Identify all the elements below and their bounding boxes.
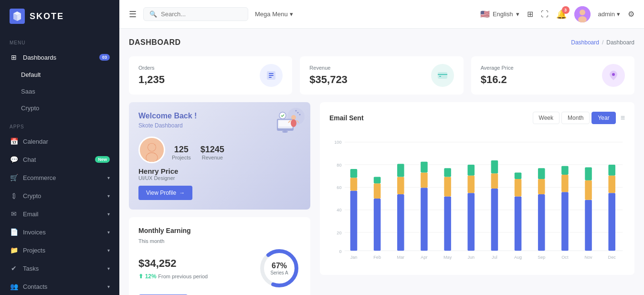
chart-tabs: Week Month Year bbox=[533, 112, 616, 124]
svg-rect-5 bbox=[269, 73, 274, 74]
avg-price-info: Average Price $16.2 bbox=[481, 65, 514, 86]
svg-rect-10 bbox=[439, 76, 441, 77]
sidebar-item-saas[interactable]: Saas bbox=[0, 83, 119, 100]
svg-text:Nov: Nov bbox=[584, 255, 592, 260]
apps-label: APPS bbox=[0, 116, 119, 132]
svg-text:20: 20 bbox=[337, 231, 341, 235]
invoices-icon: 📄 bbox=[10, 228, 18, 236]
sidebar-section-menu: MENU ⊞ Dashboards 03 Default Saas Crypto bbox=[0, 32, 119, 116]
sidebar-item-contacts[interactable]: 👥 Contacts ▾ bbox=[0, 277, 119, 295]
svg-rect-77 bbox=[585, 167, 592, 180]
growth-pct: ⬆ bbox=[138, 273, 143, 280]
sidebar-item-email[interactable]: ✉ Email ▾ bbox=[0, 205, 119, 223]
stat-revenue: $1245 Revenue bbox=[201, 145, 224, 160]
revenue-icon bbox=[431, 64, 454, 87]
svg-rect-47 bbox=[350, 169, 358, 178]
sidebar-item-ecommerce[interactable]: 🛒 Ecommerce ▾ bbox=[0, 169, 119, 187]
projects-label: Projects bbox=[23, 247, 45, 254]
svg-rect-54 bbox=[421, 188, 428, 251]
grid-icon[interactable]: ⊞ bbox=[527, 10, 533, 19]
svg-rect-48 bbox=[374, 199, 381, 251]
sidebar-item-dashboards[interactable]: ⊞ Dashboards 03 bbox=[0, 48, 119, 66]
projects-val: 125 bbox=[172, 145, 191, 155]
default-label: Default bbox=[21, 71, 41, 78]
dashboards-icon: ⊞ bbox=[10, 53, 18, 62]
tasks-label: Tasks bbox=[23, 265, 39, 272]
svg-rect-8 bbox=[438, 72, 447, 79]
topbar: ☰ 🔍 Mega Menu ▾ 🇺🇸 English ▾ ⊞ ⛶ 🔔 3 bbox=[119, 0, 644, 29]
orders-label: Orders bbox=[138, 65, 165, 71]
sidebar-item-chat[interactable]: 💬 Chat New bbox=[0, 150, 119, 169]
svg-rect-69 bbox=[538, 194, 545, 251]
svg-point-16 bbox=[282, 131, 288, 133]
hamburger-icon[interactable]: ☰ bbox=[129, 9, 137, 20]
sidebar-item-calendar[interactable]: 📅 Calendar bbox=[0, 132, 119, 150]
illustration-svg bbox=[267, 107, 306, 136]
svg-text:Dec: Dec bbox=[608, 255, 616, 260]
svg-rect-58 bbox=[444, 177, 451, 196]
svg-rect-51 bbox=[397, 194, 404, 251]
svg-point-17 bbox=[291, 115, 296, 120]
profile-avatar bbox=[138, 137, 165, 163]
fullscreen-icon[interactable]: ⛶ bbox=[541, 10, 549, 19]
gear-icon[interactable]: ⚙ bbox=[628, 10, 634, 19]
sidebar-item-crypto-sub[interactable]: Crypto bbox=[0, 100, 119, 116]
email-icon: ✉ bbox=[10, 210, 18, 218]
language-selector[interactable]: 🇺🇸 English ▾ bbox=[480, 10, 519, 19]
contacts-chevron: ▾ bbox=[107, 284, 110, 289]
earning-row: $34,252 ⬆ 12% From previous period bbox=[138, 247, 301, 290]
svg-point-2 bbox=[580, 10, 585, 15]
tab-month[interactable]: Month bbox=[561, 112, 590, 124]
projects-chevron: ▾ bbox=[107, 248, 110, 253]
svg-rect-55 bbox=[421, 172, 428, 188]
revenue-info: Revenue $35,723 bbox=[309, 65, 348, 86]
donut-series: Series A bbox=[270, 270, 288, 275]
avatar[interactable] bbox=[574, 6, 591, 22]
breadcrumb-home[interactable]: Dashboard bbox=[571, 39, 599, 46]
chart-menu-icon[interactable]: ≡ bbox=[621, 114, 625, 122]
svg-point-11 bbox=[612, 73, 615, 76]
svg-rect-74 bbox=[561, 166, 569, 175]
svg-rect-75 bbox=[585, 200, 592, 251]
donut-chart: 67% Series A bbox=[258, 247, 301, 290]
mega-menu[interactable]: Mega Menu ▾ bbox=[255, 11, 293, 18]
svg-rect-6 bbox=[269, 75, 274, 76]
tab-week[interactable]: Week bbox=[533, 112, 560, 124]
sidebar-item-default[interactable]: Default bbox=[0, 66, 119, 83]
sidebar-item-invoices[interactable]: 📄 Invoices ▾ bbox=[0, 223, 119, 241]
sidebar-logo: SKOTE bbox=[0, 0, 119, 32]
earning-amount: $34,252 bbox=[138, 257, 208, 270]
tab-year[interactable]: Year bbox=[591, 112, 615, 124]
svg-rect-62 bbox=[467, 165, 475, 176]
chart-header: Email Sent Week Month Year ≡ bbox=[329, 112, 625, 124]
main-area: ☰ 🔍 Mega Menu ▾ 🇺🇸 English ▾ ⊞ ⛶ 🔔 3 bbox=[119, 0, 644, 295]
chat-label: Chat bbox=[23, 156, 36, 163]
svg-point-18 bbox=[291, 119, 296, 127]
svg-rect-46 bbox=[350, 178, 358, 190]
calendar-label: Calendar bbox=[23, 138, 48, 145]
growth-row: ⬆ 12% From previous period bbox=[138, 273, 208, 280]
sidebar-item-projects[interactable]: 📁 Projects ▾ bbox=[0, 241, 119, 259]
svg-rect-79 bbox=[608, 176, 615, 193]
logo-text: SKOTE bbox=[30, 11, 64, 21]
earning-info: $34,252 ⬆ 12% From previous period bbox=[138, 257, 208, 280]
stat-card-orders: Orders 1,235 bbox=[129, 56, 292, 95]
view-profile-button[interactable]: View Profile → bbox=[138, 186, 192, 200]
flag-icon: 🇺🇸 bbox=[480, 10, 490, 19]
revenue-icon-svg bbox=[437, 70, 448, 81]
sidebar-item-crypto[interactable]: ₿ Crypto ▾ bbox=[0, 187, 119, 205]
admin-name: admin bbox=[598, 11, 615, 18]
dashboards-badge: 03 bbox=[99, 54, 110, 61]
sidebar: SKOTE MENU ⊞ Dashboards 03 Default Saas … bbox=[0, 0, 119, 295]
admin-dropdown[interactable]: admin ▾ bbox=[598, 11, 620, 18]
search-input[interactable] bbox=[161, 11, 237, 18]
breadcrumb-sep: / bbox=[602, 39, 603, 46]
svg-text:0: 0 bbox=[339, 249, 341, 254]
svg-rect-53 bbox=[397, 164, 404, 177]
notification-bell[interactable]: 🔔 3 bbox=[556, 9, 567, 20]
stat-card-avg-price: Average Price $16.2 bbox=[471, 56, 634, 95]
sidebar-item-tasks[interactable]: ✔ Tasks ▾ bbox=[0, 259, 119, 277]
svg-point-24 bbox=[296, 110, 297, 112]
search-box[interactable]: 🔍 bbox=[143, 7, 248, 21]
svg-rect-9 bbox=[438, 74, 447, 75]
